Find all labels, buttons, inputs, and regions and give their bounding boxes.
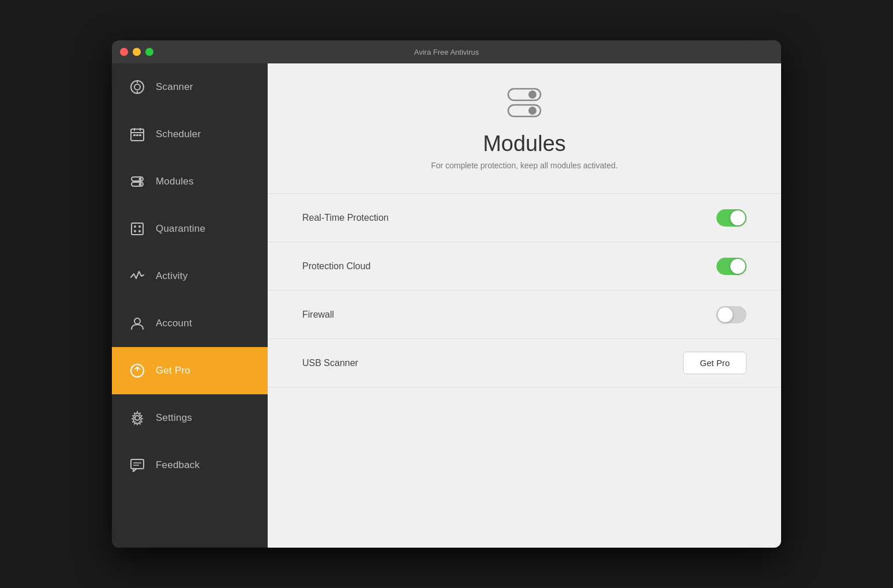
page-title: Modules — [483, 131, 566, 156]
module-row-usb-scanner: USB Scanner Get Pro — [268, 339, 781, 387]
sidebar-item-get-pro[interactable]: Get Pro — [112, 347, 268, 394]
toggle-protection-cloud[interactable] — [716, 258, 746, 275]
get-pro-label: Get Pro — [156, 365, 190, 376]
toggle-knob-firewall — [718, 307, 733, 322]
sidebar-item-scheduler[interactable]: Scheduler — [112, 111, 268, 158]
module-name-protection-cloud: Protection Cloud — [302, 261, 370, 272]
toggle-real-time-protection[interactable] — [716, 209, 746, 227]
sidebar-item-modules[interactable]: Modules — [112, 158, 268, 205]
scanner-label: Scanner — [156, 81, 193, 93]
quarantine-icon — [129, 221, 145, 237]
sidebar-item-activity[interactable]: Activity — [112, 252, 268, 300]
module-name-real-time-protection: Real-Time Protection — [302, 213, 389, 223]
sidebar: Scanner Scheduler — [112, 63, 268, 548]
close-button[interactable] — [120, 48, 128, 56]
page-header: Modules For complete protection, keep al… — [431, 63, 618, 187]
svg-point-22 — [135, 416, 140, 420]
svg-point-27 — [528, 91, 536, 99]
svg-point-16 — [134, 225, 136, 228]
sidebar-item-quarantine[interactable]: Quarantine — [112, 205, 268, 252]
settings-label: Settings — [156, 412, 192, 424]
svg-point-1 — [134, 84, 140, 90]
sidebar-item-account[interactable]: Account — [112, 300, 268, 347]
svg-rect-10 — [139, 134, 141, 136]
titlebar-buttons — [120, 48, 153, 56]
svg-point-20 — [134, 318, 140, 324]
settings-icon — [129, 410, 145, 426]
get-pro-button[interactable]: Get Pro — [683, 352, 746, 374]
svg-rect-8 — [133, 134, 136, 136]
getpro-icon — [129, 363, 145, 379]
sidebar-item-feedback[interactable]: Feedback — [112, 442, 268, 489]
app-body: Scanner Scheduler — [112, 63, 781, 548]
feedback-label: Feedback — [156, 459, 200, 471]
modules-list: Real-Time Protection Protection Cloud Fi… — [268, 193, 781, 387]
account-icon — [129, 315, 145, 331]
window-title: Avira Free Antivirus — [414, 48, 479, 56]
maximize-button[interactable] — [145, 48, 153, 56]
module-row-real-time-protection: Real-Time Protection — [268, 194, 781, 242]
toggle-knob-protection-cloud — [730, 259, 745, 274]
modules-page-icon — [504, 86, 545, 122]
modules-icon — [129, 174, 145, 190]
minimize-button[interactable] — [133, 48, 141, 56]
modules-label: Modules — [156, 176, 194, 187]
scheduler-label: Scheduler — [156, 129, 201, 140]
module-name-firewall: Firewall — [302, 310, 334, 320]
titlebar: Avira Free Antivirus — [112, 40, 781, 63]
toggle-knob-real-time-protection — [730, 210, 745, 225]
svg-rect-23 — [131, 459, 144, 469]
feedback-icon — [129, 457, 145, 473]
page-subtitle: For complete protection, keep all module… — [431, 161, 618, 170]
toggle-firewall[interactable] — [716, 306, 746, 323]
svg-point-14 — [139, 183, 142, 186]
svg-rect-15 — [132, 223, 143, 235]
account-label: Account — [156, 318, 192, 329]
svg-rect-9 — [136, 134, 138, 136]
svg-point-12 — [139, 178, 142, 180]
scheduler-icon — [129, 126, 145, 142]
scanner-icon — [129, 79, 145, 95]
app-window: Avira Free Antivirus Scanner — [112, 40, 781, 548]
sidebar-item-scanner[interactable]: Scanner — [112, 63, 268, 111]
activity-label: Activity — [156, 270, 187, 282]
svg-point-18 — [134, 230, 136, 232]
main-content: Modules For complete protection, keep al… — [268, 63, 781, 548]
svg-point-29 — [528, 107, 536, 115]
svg-point-19 — [138, 230, 141, 232]
svg-point-17 — [138, 225, 141, 228]
activity-icon — [129, 268, 145, 284]
module-row-protection-cloud: Protection Cloud — [268, 242, 781, 291]
module-name-usb-scanner: USB Scanner — [302, 358, 358, 368]
module-row-firewall: Firewall — [268, 291, 781, 339]
quarantine-label: Quarantine — [156, 223, 205, 235]
sidebar-item-settings[interactable]: Settings — [112, 394, 268, 442]
